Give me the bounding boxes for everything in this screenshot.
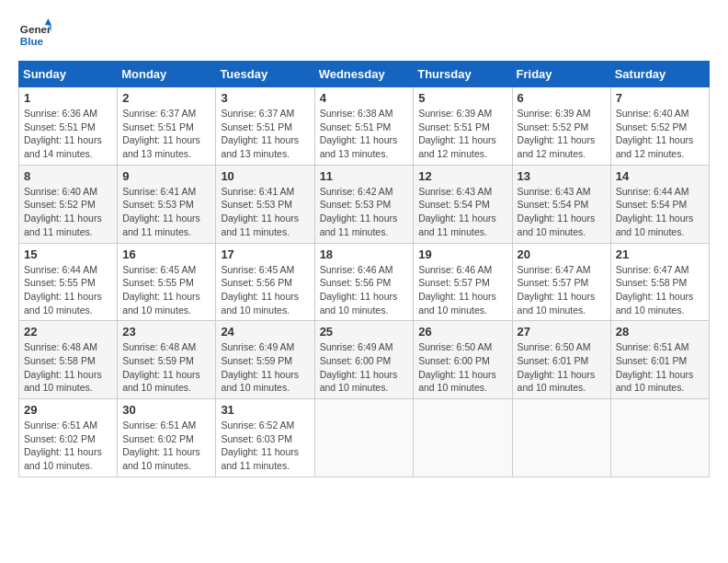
day-info: Sunrise: 6:49 AM Sunset: 6:00 PM Dayligh… xyxy=(320,340,409,395)
calendar-cell: 30 Sunrise: 6:51 AM Sunset: 6:02 PM Dayl… xyxy=(118,399,216,477)
day-info: Sunrise: 6:51 AM Sunset: 6:02 PM Dayligh… xyxy=(122,419,210,473)
calendar-cell: 7 Sunrise: 6:40 AM Sunset: 5:52 PM Dayli… xyxy=(610,87,709,166)
day-number: 31 xyxy=(221,403,309,417)
day-number: 5 xyxy=(418,91,506,105)
logo-icon: General Blue xyxy=(18,18,51,52)
calendar-cell xyxy=(512,399,610,477)
day-number: 25 xyxy=(320,325,409,339)
calendar-week-2: 8 Sunrise: 6:40 AM Sunset: 5:52 PM Dayli… xyxy=(19,165,710,243)
day-number: 9 xyxy=(122,169,210,183)
day-number: 23 xyxy=(122,325,210,339)
day-number: 10 xyxy=(221,169,309,183)
day-info: Sunrise: 6:37 AM Sunset: 5:51 PM Dayligh… xyxy=(221,107,309,161)
calendar-cell: 1 Sunrise: 6:36 AM Sunset: 5:51 PM Dayli… xyxy=(19,87,118,166)
calendar-cell: 22 Sunrise: 6:48 AM Sunset: 5:58 PM Dayl… xyxy=(19,321,118,399)
calendar-cell: 29 Sunrise: 6:51 AM Sunset: 6:02 PM Dayl… xyxy=(19,399,118,477)
day-number: 22 xyxy=(24,325,112,339)
calendar-cell: 24 Sunrise: 6:49 AM Sunset: 5:59 PM Dayl… xyxy=(216,321,314,399)
day-number: 19 xyxy=(418,247,506,261)
logo: General Blue xyxy=(18,18,51,52)
day-number: 20 xyxy=(518,247,606,261)
day-info: Sunrise: 6:45 AM Sunset: 5:55 PM Dayligh… xyxy=(122,263,210,317)
day-number: 2 xyxy=(122,91,210,105)
calendar-cell: 14 Sunrise: 6:44 AM Sunset: 5:54 PM Dayl… xyxy=(610,165,709,243)
day-header-friday: Friday xyxy=(512,62,610,87)
day-number: 6 xyxy=(518,91,606,105)
calendar-cell: 17 Sunrise: 6:45 AM Sunset: 5:56 PM Dayl… xyxy=(216,243,314,321)
calendar-cell: 5 Sunrise: 6:39 AM Sunset: 5:51 PM Dayli… xyxy=(414,87,512,166)
calendar-cell: 9 Sunrise: 6:41 AM Sunset: 5:53 PM Dayli… xyxy=(118,165,216,243)
calendar-cell: 18 Sunrise: 6:46 AM Sunset: 5:56 PM Dayl… xyxy=(314,243,414,321)
day-info: Sunrise: 6:40 AM Sunset: 5:52 PM Dayligh… xyxy=(24,185,112,239)
page-header: General Blue xyxy=(18,18,710,52)
calendar-cell: 10 Sunrise: 6:41 AM Sunset: 5:53 PM Dayl… xyxy=(216,165,314,243)
calendar-cell: 8 Sunrise: 6:40 AM Sunset: 5:52 PM Dayli… xyxy=(19,165,118,243)
day-number: 27 xyxy=(518,325,606,339)
day-number: 7 xyxy=(616,91,704,105)
day-info: Sunrise: 6:48 AM Sunset: 5:59 PM Dayligh… xyxy=(122,340,210,395)
day-info: Sunrise: 6:46 AM Sunset: 5:56 PM Dayligh… xyxy=(320,263,409,317)
day-number: 21 xyxy=(616,247,704,261)
calendar-cell xyxy=(414,399,512,477)
day-number: 1 xyxy=(24,91,112,105)
day-number: 12 xyxy=(418,169,506,183)
calendar-cell: 21 Sunrise: 6:47 AM Sunset: 5:58 PM Dayl… xyxy=(610,243,709,321)
day-number: 16 xyxy=(122,247,210,261)
day-info: Sunrise: 6:43 AM Sunset: 5:54 PM Dayligh… xyxy=(518,185,606,239)
day-header-tuesday: Tuesday xyxy=(216,62,314,87)
day-info: Sunrise: 6:39 AM Sunset: 5:51 PM Dayligh… xyxy=(418,107,506,161)
day-number: 28 xyxy=(616,325,704,339)
calendar-cell: 4 Sunrise: 6:38 AM Sunset: 5:51 PM Dayli… xyxy=(314,87,414,166)
calendar-cell: 2 Sunrise: 6:37 AM Sunset: 5:51 PM Dayli… xyxy=(118,87,216,166)
day-header-monday: Monday xyxy=(118,62,216,87)
day-info: Sunrise: 6:41 AM Sunset: 5:53 PM Dayligh… xyxy=(122,185,210,239)
day-number: 17 xyxy=(221,247,309,261)
day-info: Sunrise: 6:47 AM Sunset: 5:58 PM Dayligh… xyxy=(616,263,704,317)
day-info: Sunrise: 6:49 AM Sunset: 5:59 PM Dayligh… xyxy=(221,340,309,395)
day-info: Sunrise: 6:50 AM Sunset: 6:00 PM Dayligh… xyxy=(418,340,506,395)
day-header-wednesday: Wednesday xyxy=(314,62,414,87)
day-number: 18 xyxy=(320,247,409,261)
day-number: 29 xyxy=(24,403,112,417)
svg-marker-2 xyxy=(45,18,51,25)
day-number: 14 xyxy=(616,169,704,183)
day-number: 4 xyxy=(320,91,409,105)
calendar-cell: 13 Sunrise: 6:43 AM Sunset: 5:54 PM Dayl… xyxy=(512,165,610,243)
calendar-cell: 16 Sunrise: 6:45 AM Sunset: 5:55 PM Dayl… xyxy=(118,243,216,321)
day-info: Sunrise: 6:43 AM Sunset: 5:54 PM Dayligh… xyxy=(418,185,506,239)
calendar-week-1: 1 Sunrise: 6:36 AM Sunset: 5:51 PM Dayli… xyxy=(19,87,710,166)
day-number: 11 xyxy=(320,169,409,183)
calendar-cell: 28 Sunrise: 6:51 AM Sunset: 6:01 PM Dayl… xyxy=(610,321,709,399)
calendar-cell: 31 Sunrise: 6:52 AM Sunset: 6:03 PM Dayl… xyxy=(216,399,314,477)
calendar-cell: 20 Sunrise: 6:47 AM Sunset: 5:57 PM Dayl… xyxy=(512,243,610,321)
calendar-header-row: SundayMondayTuesdayWednesdayThursdayFrid… xyxy=(19,62,710,87)
day-info: Sunrise: 6:45 AM Sunset: 5:56 PM Dayligh… xyxy=(221,263,309,317)
day-info: Sunrise: 6:51 AM Sunset: 6:01 PM Dayligh… xyxy=(616,340,704,395)
day-info: Sunrise: 6:36 AM Sunset: 5:51 PM Dayligh… xyxy=(24,107,112,161)
day-info: Sunrise: 6:46 AM Sunset: 5:57 PM Dayligh… xyxy=(418,263,506,317)
calendar-week-3: 15 Sunrise: 6:44 AM Sunset: 5:55 PM Dayl… xyxy=(19,243,710,321)
calendar-cell: 3 Sunrise: 6:37 AM Sunset: 5:51 PM Dayli… xyxy=(216,87,314,166)
calendar-week-4: 22 Sunrise: 6:48 AM Sunset: 5:58 PM Dayl… xyxy=(19,321,710,399)
calendar-cell: 26 Sunrise: 6:50 AM Sunset: 6:00 PM Dayl… xyxy=(414,321,512,399)
day-info: Sunrise: 6:37 AM Sunset: 5:51 PM Dayligh… xyxy=(122,107,210,161)
calendar-cell: 25 Sunrise: 6:49 AM Sunset: 6:00 PM Dayl… xyxy=(314,321,414,399)
day-info: Sunrise: 6:44 AM Sunset: 5:54 PM Dayligh… xyxy=(616,185,704,239)
day-info: Sunrise: 6:39 AM Sunset: 5:52 PM Dayligh… xyxy=(518,107,606,161)
day-info: Sunrise: 6:42 AM Sunset: 5:53 PM Dayligh… xyxy=(320,185,409,239)
day-number: 26 xyxy=(418,325,506,339)
day-info: Sunrise: 6:41 AM Sunset: 5:53 PM Dayligh… xyxy=(221,185,309,239)
day-info: Sunrise: 6:50 AM Sunset: 6:01 PM Dayligh… xyxy=(518,340,606,395)
calendar-cell: 19 Sunrise: 6:46 AM Sunset: 5:57 PM Dayl… xyxy=(414,243,512,321)
day-info: Sunrise: 6:52 AM Sunset: 6:03 PM Dayligh… xyxy=(221,419,309,473)
day-info: Sunrise: 6:38 AM Sunset: 5:51 PM Dayligh… xyxy=(320,107,409,161)
day-info: Sunrise: 6:51 AM Sunset: 6:02 PM Dayligh… xyxy=(24,419,112,473)
day-number: 3 xyxy=(221,91,309,105)
calendar-cell xyxy=(314,399,414,477)
day-number: 8 xyxy=(24,169,112,183)
calendar-cell: 27 Sunrise: 6:50 AM Sunset: 6:01 PM Dayl… xyxy=(512,321,610,399)
calendar-cell: 11 Sunrise: 6:42 AM Sunset: 5:53 PM Dayl… xyxy=(314,165,414,243)
day-number: 13 xyxy=(518,169,606,183)
calendar-table: SundayMondayTuesdayWednesdayThursdayFrid… xyxy=(18,61,710,477)
day-info: Sunrise: 6:48 AM Sunset: 5:58 PM Dayligh… xyxy=(24,340,112,395)
